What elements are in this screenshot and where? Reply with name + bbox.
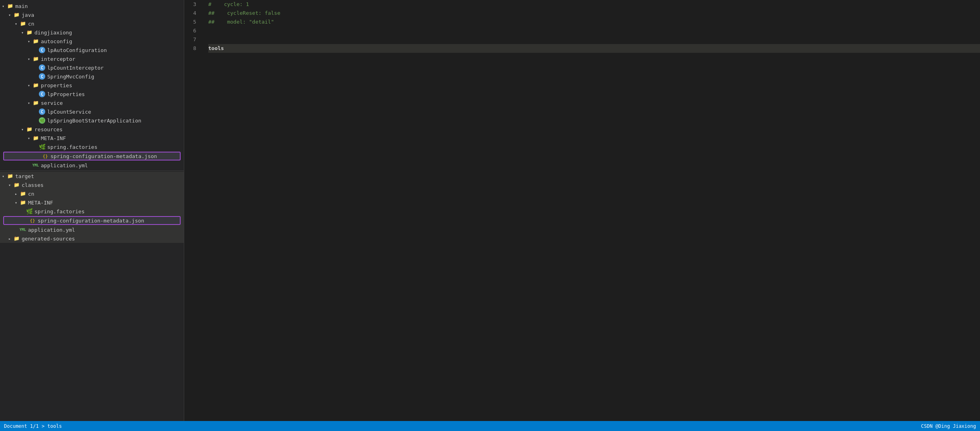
arrow-properties xyxy=(26,82,32,88)
folder-icon-autoconfig: 📁 xyxy=(32,38,39,45)
arrow-resources xyxy=(19,126,26,132)
label-properties: properties xyxy=(41,82,72,88)
status-attribution: CSDN @Ding Jiaxiong xyxy=(921,423,976,429)
tree-item-SpringMvcConfig[interactable]: C SpringMvcConfig xyxy=(0,72,184,81)
label-spring-factories: spring.factories xyxy=(47,144,97,150)
tree-item-lpSpringBootStarterApplication[interactable]: 🌿 lpSpringBootStarterApplication xyxy=(0,116,184,125)
tree-item-application-yml2[interactable]: YML application.yml xyxy=(0,225,184,234)
label-spring-config-metadata2: spring-configuration-metadata.json xyxy=(38,218,144,224)
main-container: 📁 main 📁 java 📁 cn 📁 di xyxy=(0,0,980,421)
spring-icon-lpsba: 🌿 xyxy=(38,117,46,124)
tree-item-spring-factories2[interactable]: 🌿 spring.factories xyxy=(0,207,184,216)
line-num-6: 6 xyxy=(184,26,201,35)
label-application-yml2: application.yml xyxy=(28,227,75,233)
factories-icon-sf2: 🌿 xyxy=(26,208,33,215)
tree-item-lpCountInterceptor[interactable]: C lpCountInterceptor xyxy=(0,63,184,72)
label-META-INF: META-INF xyxy=(41,135,66,141)
tree-item-dingjiaxiong[interactable]: 📁 dingjiaxiong xyxy=(0,28,184,37)
tree-item-spring-config-metadata2[interactable]: {} spring-configuration-metadata.json xyxy=(3,216,181,225)
arrow-main xyxy=(0,3,6,9)
label-generated-sources: generated-sources xyxy=(22,236,75,242)
tree-item-resources[interactable]: 📁 resources xyxy=(0,125,184,134)
tree-item-interceptor[interactable]: 📁 interceptor xyxy=(0,54,184,63)
label-lpSpringBootStarterApplication: lpSpringBootStarterApplication xyxy=(47,118,141,124)
tree-item-META-INF[interactable]: 📁 META-INF xyxy=(0,134,184,142)
tree-item-generated-sources[interactable]: 📁 generated-sources xyxy=(0,234,184,243)
folder-icon-metainf: 📁 xyxy=(32,134,39,142)
tree-item-cn2[interactable]: 📁 cn xyxy=(0,189,184,198)
arrow-gs xyxy=(6,235,13,242)
label-SpringMvcConfig: SpringMvcConfig xyxy=(47,74,94,80)
code-area[interactable]: # cycle: 1 ## cycleReset: false ## model… xyxy=(204,0,980,421)
folder-icon-target: 📁 xyxy=(6,172,14,180)
label-lpCountInterceptor: lpCountInterceptor xyxy=(47,65,104,71)
class-icon-lpp: C xyxy=(38,90,46,98)
label-cn2: cn xyxy=(28,191,34,197)
tree-item-META-INF2[interactable]: 📁 META-INF xyxy=(0,198,184,207)
folder-icon-cn: 📁 xyxy=(19,20,26,27)
label-main: main xyxy=(15,3,28,9)
json-icon-scm2: {} xyxy=(29,217,36,224)
sidebar: 📁 main 📁 java 📁 cn 📁 di xyxy=(0,0,184,421)
code-line-4: ## cycleReset: false xyxy=(208,9,980,18)
arrow-metainf2 xyxy=(13,199,19,206)
tree-item-java[interactable]: 📁 java xyxy=(0,10,184,19)
arrow-target xyxy=(0,173,6,179)
sidebar-content[interactable]: 📁 main 📁 java 📁 cn 📁 di xyxy=(0,0,184,421)
arrow-service xyxy=(26,100,32,106)
label-META-INF2: META-INF xyxy=(28,200,53,206)
code-line-7 xyxy=(208,35,980,44)
code-line-3: # cycle: 1 xyxy=(208,0,980,9)
label-spring-config-metadata: spring-configuration-metadata.json xyxy=(50,153,157,159)
arrow-autoconfig xyxy=(26,38,32,44)
code-line-6 xyxy=(208,26,980,35)
arrow-cn2 xyxy=(13,190,19,197)
folder-icon-gs: 📁 xyxy=(13,235,20,242)
editor-area: 3 4 5 6 7 8 # cycle: 1 ## cycleReset: fa… xyxy=(184,0,980,421)
class-icon-lpci: C xyxy=(38,64,46,71)
status-bar: Document 1/1 > tools CSDN @Ding Jiaxiong xyxy=(0,421,980,431)
tree-item-properties[interactable]: 📁 properties xyxy=(0,81,184,90)
line-numbers: 3 4 5 6 7 8 xyxy=(184,0,204,421)
label-dingjiaxiong: dingjiaxiong xyxy=(34,30,72,36)
arrow-java xyxy=(6,12,13,18)
code-line-5: ## model: "detail" xyxy=(208,18,980,26)
label-lpCountService: lpCountService xyxy=(47,109,91,115)
tree-item-lpProperties[interactable]: C lpProperties xyxy=(0,90,184,98)
tree-item-spring-config-metadata[interactable]: {} spring-configuration-metadata.json xyxy=(3,152,181,160)
tree-item-service[interactable]: 📁 service xyxy=(0,98,184,107)
sidebar-divider xyxy=(0,170,184,171)
label-java: java xyxy=(22,12,34,18)
folder-icon-main: 📁 xyxy=(6,2,14,10)
code-line-8: tools xyxy=(208,44,980,53)
tree-item-spring-factories[interactable]: 🌿 spring.factories xyxy=(0,142,184,151)
arrow-interceptor xyxy=(26,56,32,62)
tree-item-lpCountService[interactable]: C lpCountService xyxy=(0,107,184,116)
tree-item-lpAutoConfiguration[interactable]: C lpAutoConfiguration xyxy=(0,46,184,54)
tree-item-autoconfig[interactable]: 📁 autoconfig xyxy=(0,37,184,46)
label-application-yml: application.yml xyxy=(41,162,88,168)
label-target: target xyxy=(15,173,34,179)
label-autoconfig: autoconfig xyxy=(41,38,72,44)
tree-item-target[interactable]: 📁 target xyxy=(0,172,184,180)
tree-item-application-yml[interactable]: YML application.yml xyxy=(0,161,184,170)
line-num-8: 8 xyxy=(184,44,201,53)
status-right: CSDN @Ding Jiaxiong xyxy=(921,423,976,429)
tree-item-cn[interactable]: 📁 cn xyxy=(0,19,184,28)
label-lpAutoConfiguration: lpAutoConfiguration xyxy=(47,47,107,53)
tree-item-classes[interactable]: 📁 classes xyxy=(0,180,184,189)
line-num-7: 7 xyxy=(184,35,201,44)
json-icon-scm: {} xyxy=(42,152,49,160)
label-interceptor: interceptor xyxy=(41,56,75,62)
label-cn: cn xyxy=(28,21,34,27)
folder-icon-interceptor: 📁 xyxy=(32,55,39,62)
tree-item-main[interactable]: 📁 main xyxy=(0,2,184,10)
status-left: Document 1/1 > tools xyxy=(4,423,62,429)
class-icon-lpcs: C xyxy=(38,108,46,115)
status-document: Document 1/1 > tools xyxy=(4,423,62,429)
line-num-5: 5 xyxy=(184,18,201,26)
label-lpProperties: lpProperties xyxy=(47,91,85,97)
label-service: service xyxy=(41,100,63,106)
folder-icon-service: 📁 xyxy=(32,99,39,106)
line-num-3: 3 xyxy=(184,0,201,9)
